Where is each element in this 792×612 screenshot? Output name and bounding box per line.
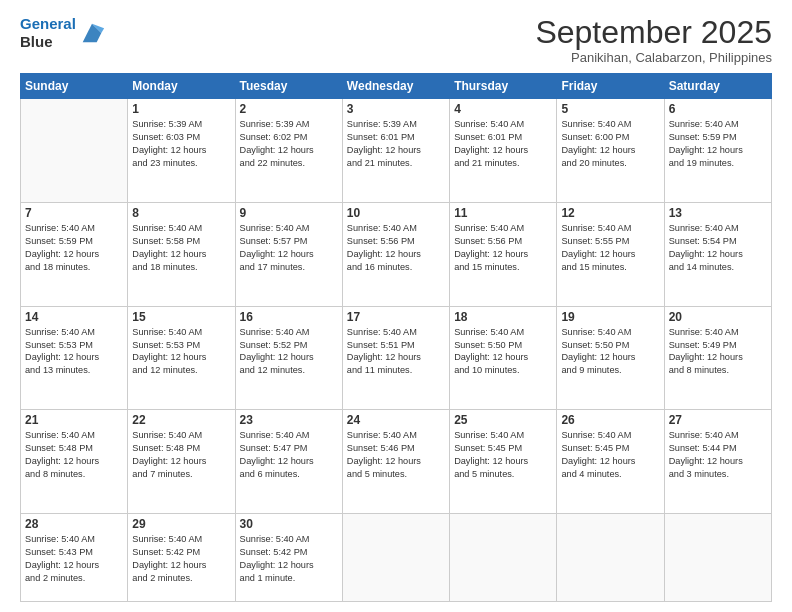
day-number: 12 <box>561 206 659 220</box>
day-info: Sunrise: 5:40 AMSunset: 5:44 PMDaylight:… <box>669 429 767 481</box>
table-row: 9Sunrise: 5:40 AMSunset: 5:57 PMDaylight… <box>235 202 342 306</box>
table-row: 4Sunrise: 5:40 AMSunset: 6:01 PMDaylight… <box>450 99 557 203</box>
col-wednesday: Wednesday <box>342 74 449 99</box>
table-row: 21Sunrise: 5:40 AMSunset: 5:48 PMDayligh… <box>21 410 128 514</box>
logo: GeneralBlue <box>20 15 106 51</box>
table-row: 8Sunrise: 5:40 AMSunset: 5:58 PMDaylight… <box>128 202 235 306</box>
day-info: Sunrise: 5:40 AMSunset: 5:56 PMDaylight:… <box>454 222 552 274</box>
day-info: Sunrise: 5:40 AMSunset: 6:00 PMDaylight:… <box>561 118 659 170</box>
day-info: Sunrise: 5:40 AMSunset: 5:49 PMDaylight:… <box>669 326 767 378</box>
table-row: 19Sunrise: 5:40 AMSunset: 5:50 PMDayligh… <box>557 306 664 410</box>
table-row: 5Sunrise: 5:40 AMSunset: 6:00 PMDaylight… <box>557 99 664 203</box>
table-row: 24Sunrise: 5:40 AMSunset: 5:46 PMDayligh… <box>342 410 449 514</box>
col-tuesday: Tuesday <box>235 74 342 99</box>
day-number: 17 <box>347 310 445 324</box>
logo-icon <box>78 19 106 47</box>
day-number: 13 <box>669 206 767 220</box>
day-info: Sunrise: 5:40 AMSunset: 5:46 PMDaylight:… <box>347 429 445 481</box>
table-row: 1Sunrise: 5:39 AMSunset: 6:03 PMDaylight… <box>128 99 235 203</box>
day-info: Sunrise: 5:40 AMSunset: 5:51 PMDaylight:… <box>347 326 445 378</box>
table-row: 20Sunrise: 5:40 AMSunset: 5:49 PMDayligh… <box>664 306 771 410</box>
table-row: 7Sunrise: 5:40 AMSunset: 5:59 PMDaylight… <box>21 202 128 306</box>
table-row: 12Sunrise: 5:40 AMSunset: 5:55 PMDayligh… <box>557 202 664 306</box>
day-number: 8 <box>132 206 230 220</box>
day-number: 16 <box>240 310 338 324</box>
day-info: Sunrise: 5:40 AMSunset: 5:59 PMDaylight:… <box>25 222 123 274</box>
table-row <box>664 514 771 602</box>
table-row: 30Sunrise: 5:40 AMSunset: 5:42 PMDayligh… <box>235 514 342 602</box>
calendar-header-row: Sunday Monday Tuesday Wednesday Thursday… <box>21 74 772 99</box>
day-number: 20 <box>669 310 767 324</box>
day-info: Sunrise: 5:40 AMSunset: 5:53 PMDaylight:… <box>25 326 123 378</box>
day-info: Sunrise: 5:40 AMSunset: 5:55 PMDaylight:… <box>561 222 659 274</box>
day-info: Sunrise: 5:40 AMSunset: 5:58 PMDaylight:… <box>132 222 230 274</box>
table-row: 13Sunrise: 5:40 AMSunset: 5:54 PMDayligh… <box>664 202 771 306</box>
day-info: Sunrise: 5:39 AMSunset: 6:01 PMDaylight:… <box>347 118 445 170</box>
table-row <box>557 514 664 602</box>
day-info: Sunrise: 5:40 AMSunset: 5:45 PMDaylight:… <box>561 429 659 481</box>
day-number: 29 <box>132 517 230 531</box>
day-info: Sunrise: 5:40 AMSunset: 5:42 PMDaylight:… <box>132 533 230 585</box>
day-number: 15 <box>132 310 230 324</box>
day-number: 22 <box>132 413 230 427</box>
col-thursday: Thursday <box>450 74 557 99</box>
day-info: Sunrise: 5:40 AMSunset: 5:50 PMDaylight:… <box>561 326 659 378</box>
header: GeneralBlue September 2025 Panikihan, Ca… <box>20 15 772 65</box>
day-info: Sunrise: 5:40 AMSunset: 5:50 PMDaylight:… <box>454 326 552 378</box>
day-number: 6 <box>669 102 767 116</box>
table-row: 29Sunrise: 5:40 AMSunset: 5:42 PMDayligh… <box>128 514 235 602</box>
day-info: Sunrise: 5:40 AMSunset: 5:59 PMDaylight:… <box>669 118 767 170</box>
day-info: Sunrise: 5:40 AMSunset: 5:45 PMDaylight:… <box>454 429 552 481</box>
table-row <box>21 99 128 203</box>
day-number: 9 <box>240 206 338 220</box>
table-row: 3Sunrise: 5:39 AMSunset: 6:01 PMDaylight… <box>342 99 449 203</box>
title-block: September 2025 Panikihan, Calabarzon, Ph… <box>535 15 772 65</box>
table-row: 22Sunrise: 5:40 AMSunset: 5:48 PMDayligh… <box>128 410 235 514</box>
table-row <box>450 514 557 602</box>
day-number: 10 <box>347 206 445 220</box>
location: Panikihan, Calabarzon, Philippines <box>535 50 772 65</box>
table-row: 25Sunrise: 5:40 AMSunset: 5:45 PMDayligh… <box>450 410 557 514</box>
day-number: 21 <box>25 413 123 427</box>
col-saturday: Saturday <box>664 74 771 99</box>
day-number: 1 <box>132 102 230 116</box>
day-info: Sunrise: 5:40 AMSunset: 5:48 PMDaylight:… <box>25 429 123 481</box>
day-info: Sunrise: 5:40 AMSunset: 5:52 PMDaylight:… <box>240 326 338 378</box>
calendar-table: Sunday Monday Tuesday Wednesday Thursday… <box>20 73 772 602</box>
table-row: 14Sunrise: 5:40 AMSunset: 5:53 PMDayligh… <box>21 306 128 410</box>
table-row: 15Sunrise: 5:40 AMSunset: 5:53 PMDayligh… <box>128 306 235 410</box>
day-info: Sunrise: 5:39 AMSunset: 6:03 PMDaylight:… <box>132 118 230 170</box>
page: GeneralBlue September 2025 Panikihan, Ca… <box>0 0 792 612</box>
day-info: Sunrise: 5:40 AMSunset: 5:53 PMDaylight:… <box>132 326 230 378</box>
day-info: Sunrise: 5:40 AMSunset: 5:42 PMDaylight:… <box>240 533 338 585</box>
day-info: Sunrise: 5:40 AMSunset: 5:57 PMDaylight:… <box>240 222 338 274</box>
day-number: 3 <box>347 102 445 116</box>
day-info: Sunrise: 5:39 AMSunset: 6:02 PMDaylight:… <box>240 118 338 170</box>
day-info: Sunrise: 5:40 AMSunset: 5:48 PMDaylight:… <box>132 429 230 481</box>
table-row: 26Sunrise: 5:40 AMSunset: 5:45 PMDayligh… <box>557 410 664 514</box>
day-info: Sunrise: 5:40 AMSunset: 5:47 PMDaylight:… <box>240 429 338 481</box>
day-number: 2 <box>240 102 338 116</box>
month-title: September 2025 <box>535 15 772 50</box>
day-number: 7 <box>25 206 123 220</box>
day-info: Sunrise: 5:40 AMSunset: 5:43 PMDaylight:… <box>25 533 123 585</box>
table-row: 23Sunrise: 5:40 AMSunset: 5:47 PMDayligh… <box>235 410 342 514</box>
day-number: 18 <box>454 310 552 324</box>
day-number: 25 <box>454 413 552 427</box>
table-row: 17Sunrise: 5:40 AMSunset: 5:51 PMDayligh… <box>342 306 449 410</box>
table-row: 10Sunrise: 5:40 AMSunset: 5:56 PMDayligh… <box>342 202 449 306</box>
day-info: Sunrise: 5:40 AMSunset: 6:01 PMDaylight:… <box>454 118 552 170</box>
table-row: 2Sunrise: 5:39 AMSunset: 6:02 PMDaylight… <box>235 99 342 203</box>
table-row: 6Sunrise: 5:40 AMSunset: 5:59 PMDaylight… <box>664 99 771 203</box>
day-number: 19 <box>561 310 659 324</box>
day-number: 24 <box>347 413 445 427</box>
col-sunday: Sunday <box>21 74 128 99</box>
day-info: Sunrise: 5:40 AMSunset: 5:54 PMDaylight:… <box>669 222 767 274</box>
col-friday: Friday <box>557 74 664 99</box>
day-number: 28 <box>25 517 123 531</box>
day-number: 14 <box>25 310 123 324</box>
day-number: 27 <box>669 413 767 427</box>
day-info: Sunrise: 5:40 AMSunset: 5:56 PMDaylight:… <box>347 222 445 274</box>
day-number: 23 <box>240 413 338 427</box>
day-number: 11 <box>454 206 552 220</box>
